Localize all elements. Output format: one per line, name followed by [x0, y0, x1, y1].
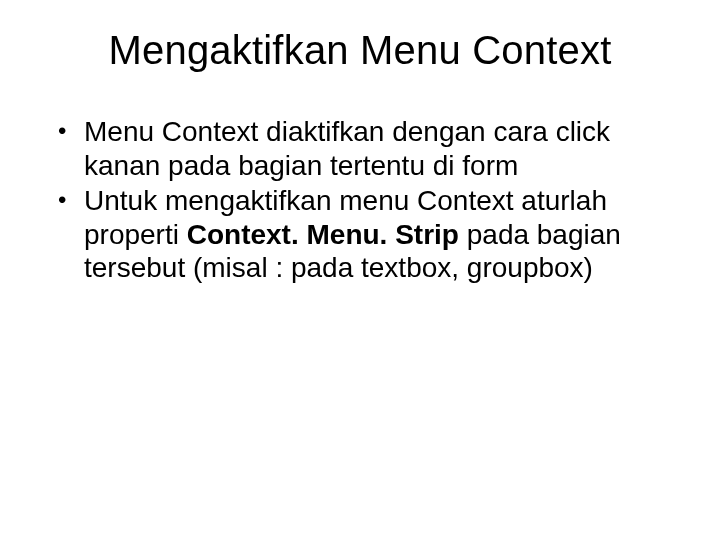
bullet-text: Menu Context diaktifkan dengan cara clic… [84, 116, 610, 181]
list-item: Untuk mengaktifkan menu Context aturlah … [58, 184, 672, 285]
bullet-list: Menu Context diaktifkan dengan cara clic… [48, 115, 672, 285]
slide-title: Mengaktifkan Menu Context [48, 28, 672, 73]
bullet-text-bold: Context. Menu. Strip [187, 219, 459, 250]
slide: Mengaktifkan Menu Context Menu Context d… [0, 0, 720, 540]
list-item: Menu Context diaktifkan dengan cara clic… [58, 115, 672, 182]
